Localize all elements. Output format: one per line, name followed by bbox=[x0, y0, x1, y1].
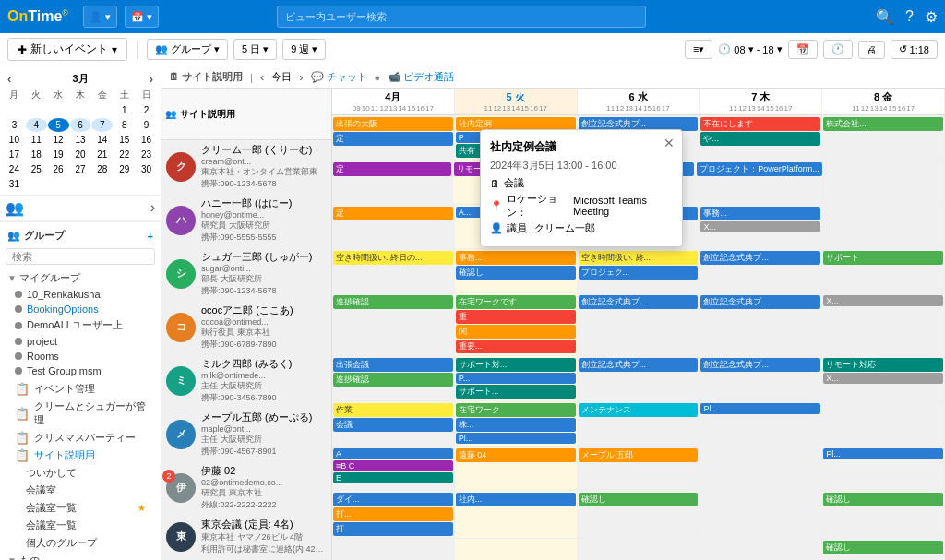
event-p6[interactable]: P... bbox=[456, 373, 576, 384]
group-item-demo[interactable]: DemoALLユーザー上 bbox=[0, 316, 161, 334]
person-label-2[interactable]: ハ ハニー一郎 (はにー) honey@ontime... 研究員 大阪研究所 … bbox=[161, 194, 331, 246]
cal-row-5-day2[interactable]: 在宅ワークです 重 関 重要... bbox=[455, 293, 578, 355]
person-label-room1[interactable]: 東 東京会議 (定員: 4名) 東京本社 ヤマノ26ビル 4階 利用許可は秘書室… bbox=[161, 515, 331, 558]
event-pl-r1[interactable]: Pl... bbox=[823, 448, 943, 459]
cal-row-1-day4[interactable]: 不在にします や... bbox=[700, 115, 822, 160]
group-item-test[interactable]: Test Group msm bbox=[0, 363, 161, 378]
mini-cal-day-7[interactable]: 7 bbox=[91, 118, 113, 132]
person-label-6[interactable]: メ メープル五郎 (めーぷる) maple@ont... 主任 大阪研究所 携帯… bbox=[161, 408, 331, 460]
event-progress1[interactable]: 進捗確認 bbox=[333, 295, 453, 309]
help-icon[interactable]: ? bbox=[905, 8, 914, 25]
cal-row-3-day4[interactable]: 事務... X... bbox=[700, 205, 822, 248]
cal-next-btn[interactable]: › bbox=[299, 70, 303, 84]
event-fixed3a[interactable]: 定 bbox=[333, 207, 453, 220]
mini-cal-day-23[interactable]: 23 bbox=[136, 148, 157, 161]
event-support6a[interactable]: サポート対... bbox=[456, 358, 576, 372]
event-kabushiki[interactable]: 株式会社... bbox=[823, 117, 943, 131]
group-search-input[interactable] bbox=[6, 248, 155, 265]
event-related[interactable]: 関 bbox=[456, 325, 576, 339]
event-kabushiki7[interactable]: 株... bbox=[456, 418, 576, 432]
cal-row-5-day1[interactable]: 進捗確認 bbox=[332, 293, 455, 355]
mini-cal-day-2[interactable]: 2 bbox=[136, 103, 157, 117]
mini-cal-day-21[interactable]: 21 bbox=[91, 148, 113, 161]
mini-cal-day-8[interactable]: 8 bbox=[114, 118, 135, 132]
mini-cal-day-13[interactable]: 13 bbox=[70, 133, 91, 147]
event-kinenbi6[interactable]: 創立記念式典プ... bbox=[579, 358, 699, 372]
cal-row-4-day3[interactable]: 空き時間扱い. 終... プロジェク... bbox=[578, 249, 700, 292]
event-freetime1[interactable]: 空き時間扱い. 終日の... bbox=[333, 251, 453, 265]
event-kinenbi5b[interactable]: 創立記念式典プ... bbox=[700, 295, 820, 309]
event-r1b[interactable]: ≡B C bbox=[333, 460, 453, 471]
cal-row-4-day4[interactable]: 創立記念式典プ... bbox=[700, 249, 822, 292]
add-group-button[interactable]: + bbox=[148, 231, 153, 242]
event-task7[interactable]: 作業 bbox=[333, 403, 453, 417]
event-osaka-trip[interactable]: 出張会議 bbox=[333, 358, 453, 372]
cal-row-1-day1[interactable]: 出張の大阪 定 bbox=[332, 115, 455, 160]
event-maple[interactable]: メープル 五郎 bbox=[579, 448, 699, 462]
mini-cal-day-27[interactable]: 27 bbox=[70, 162, 91, 176]
mini-cal-day-10[interactable]: 10 bbox=[4, 133, 25, 147]
cal-row-7-day5[interactable] bbox=[822, 401, 945, 446]
cal-row-room2-day5[interactable]: 確認し bbox=[822, 491, 945, 538]
mini-cal-day-29[interactable]: 29 bbox=[114, 162, 135, 176]
mini-cal-day-11[interactable]: 11 bbox=[26, 133, 47, 147]
cal-row-3-day5[interactable] bbox=[822, 205, 945, 248]
person-label-7[interactable]: 伊 2 伊藤 02 02@ontimedemo.co... 研究員 東京本社 外… bbox=[161, 461, 331, 514]
event-pl7b[interactable]: Pl... bbox=[700, 403, 820, 414]
cal-row-room1-day1[interactable]: A ≡B C E bbox=[332, 447, 455, 490]
cream-sugar-item[interactable]: 📋 クリームとシュガーが管理 bbox=[0, 398, 161, 429]
calendar-view-button[interactable]: 📆 bbox=[788, 40, 818, 59]
event-absent[interactable]: 不在にします bbox=[700, 117, 820, 131]
event-shanaimitg[interactable]: 社内... bbox=[456, 493, 576, 506]
cal-row-room1-day5[interactable]: Pl... bbox=[822, 447, 945, 490]
popup-close-button[interactable]: ✕ bbox=[664, 136, 675, 150]
mini-cal-day-31[interactable]: 31 bbox=[4, 177, 25, 191]
site-sub-4[interactable]: 会議室一覧 bbox=[0, 517, 161, 534]
mini-cal-day-20[interactable]: 20 bbox=[70, 148, 91, 161]
cal-row-7-day1[interactable]: 作業 会議 bbox=[332, 401, 455, 446]
event-support[interactable]: サポート bbox=[823, 251, 943, 265]
event-remote1[interactable]: 定 bbox=[333, 162, 451, 176]
mini-cal-day-6[interactable]: 6 bbox=[70, 118, 91, 132]
event-heavy2[interactable]: 重要... bbox=[456, 340, 576, 353]
cal-row-room2-day2[interactable]: 社内... bbox=[455, 491, 578, 538]
cal-row-6-day3[interactable]: 創立記念式典プ... bbox=[578, 356, 700, 400]
groups-header[interactable]: 👥 グループ + bbox=[0, 226, 161, 245]
group-item-project[interactable]: project bbox=[0, 334, 161, 349]
cal-row-4-day5[interactable]: サポート bbox=[822, 249, 945, 292]
event-telework[interactable]: 在宅ワークです bbox=[456, 295, 576, 309]
mini-cal-day-19[interactable]: 19 bbox=[48, 148, 69, 161]
event-x5[interactable]: X... bbox=[823, 295, 943, 306]
today-btn[interactable]: 今日 bbox=[271, 70, 292, 84]
event-r1c[interactable]: E bbox=[333, 472, 453, 483]
cal-row-room3-day3[interactable] bbox=[578, 539, 700, 560]
event-jimu1[interactable]: 事務... bbox=[700, 207, 820, 220]
site-sub-1[interactable]: ついかして bbox=[0, 464, 161, 482]
event-freetime2[interactable]: 空き時間扱い. 終... bbox=[579, 251, 699, 265]
mini-cal-day-26[interactable]: 26 bbox=[48, 162, 69, 176]
event-support6b[interactable]: サポート... bbox=[456, 385, 576, 399]
cal-row-room1-day3[interactable]: メープル 五郎 bbox=[578, 447, 700, 490]
event-kinenbi5[interactable]: 創立記念式典プ... bbox=[579, 295, 699, 309]
calendar-dropdown[interactable]: 📅 ▾ bbox=[125, 6, 159, 28]
my-groups-header[interactable]: ▼ マイグループ bbox=[0, 269, 161, 287]
list-view-button[interactable]: 🕐 bbox=[823, 40, 853, 59]
event-x1[interactable]: X... bbox=[700, 221, 820, 232]
cal-row-2-day4[interactable]: プロジェクト：PowerPlatform... bbox=[696, 161, 824, 204]
chat-btn[interactable]: 💬 チャット bbox=[311, 70, 367, 84]
group-item-rooms[interactable]: Rooms bbox=[0, 349, 161, 363]
event-ya[interactable]: や... bbox=[700, 132, 820, 146]
cal-row-5-day5[interactable]: X... bbox=[822, 293, 945, 355]
cal-row-3-day1[interactable]: 定 bbox=[332, 205, 455, 248]
mini-cal-day-4[interactable]: 4 bbox=[26, 118, 47, 132]
time-range-selector[interactable]: 🕐 08 ▾ - 18 ▾ bbox=[718, 43, 782, 55]
search-input[interactable]: ビュー内ユーザー検索 bbox=[277, 6, 646, 28]
cal-row-6-day2[interactable]: サポート対... P... サポート... bbox=[455, 356, 578, 400]
mini-cal-day-18[interactable]: 18 bbox=[26, 148, 47, 161]
cal-prev-btn[interactable]: ‹ bbox=[260, 70, 264, 84]
mini-cal-day-17[interactable]: 17 bbox=[4, 148, 25, 161]
group-selector[interactable]: 👥 グループ ▾ bbox=[147, 39, 228, 60]
event-r2a[interactable]: ダイ... bbox=[333, 493, 453, 506]
expand-icon[interactable]: › bbox=[150, 199, 155, 217]
video-btn[interactable]: 📹 ビデオ通話 bbox=[388, 70, 454, 84]
